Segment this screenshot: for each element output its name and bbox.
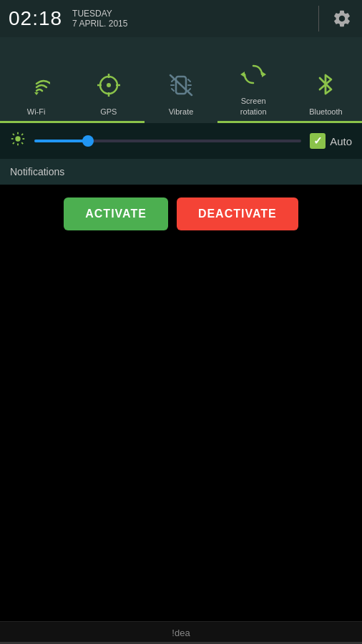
buttons-row: ACTIVATE DEACTIVATE — [0, 185, 362, 243]
time-display: 02:18 — [9, 7, 62, 30]
qs-gps-label: GPS — [100, 107, 117, 117]
qs-screen-rotation-label: Screenrotation — [240, 96, 267, 117]
activate-button[interactable]: ACTIVATE — [64, 197, 168, 230]
svg-line-9 — [172, 89, 174, 91]
qs-gps[interactable]: GPS — [72, 37, 145, 123]
gps-icon — [96, 72, 122, 102]
auto-checkbox[interactable]: ✓ — [310, 133, 326, 149]
qs-screen-rotation[interactable]: Screenrotation — [217, 37, 290, 123]
svg-marker-15 — [240, 72, 245, 77]
qs-vibrate[interactable]: Vibrate — [145, 37, 217, 123]
svg-line-22 — [21, 142, 23, 144]
bluetooth-icon — [315, 71, 336, 102]
day-of-week: TUESDAY — [72, 9, 127, 19]
svg-line-12 — [188, 89, 190, 91]
settings-icon[interactable] — [329, 6, 355, 31]
svg-point-16 — [15, 136, 20, 141]
svg-point-1 — [107, 83, 111, 87]
brightness-track — [34, 140, 88, 142]
qs-wifi-label: Wi-Fi — [27, 107, 46, 117]
bottom-label: !dea — [172, 628, 190, 638]
date: 7 APRIL. 2015 — [72, 19, 127, 29]
status-bar: 02:18 TUESDAY 7 APRIL. 2015 — [0, 0, 362, 37]
svg-line-10 — [188, 79, 190, 82]
qs-bluetooth[interactable]: Bluetooth — [290, 37, 362, 123]
notifications-header: Notifications — [0, 159, 362, 185]
date-block: TUESDAY 7 APRIL. 2015 — [72, 9, 127, 29]
brightness-row: ✓ Auto — [0, 123, 362, 159]
quick-settings-panel: Wi-Fi GPS — [0, 37, 362, 123]
brightness-icon — [10, 131, 26, 151]
auto-label: Auto — [330, 135, 352, 147]
svg-line-23 — [21, 134, 23, 135]
qs-vibrate-label: Vibrate — [169, 107, 194, 117]
svg-line-21 — [13, 134, 14, 135]
svg-line-7 — [172, 79, 174, 82]
brightness-slider[interactable] — [34, 140, 301, 142]
vibrate-icon — [167, 72, 195, 102]
status-bar-divider — [318, 6, 319, 31]
svg-line-24 — [13, 142, 14, 144]
main-content-area — [0, 243, 362, 630]
brightness-thumb — [82, 135, 94, 147]
svg-marker-14 — [262, 72, 266, 77]
deactivate-button[interactable]: DEACTIVATE — [177, 197, 298, 230]
notifications-title: Notifications — [10, 166, 64, 177]
bottom-bar: !dea — [0, 621, 362, 644]
qs-wifi[interactable]: Wi-Fi — [0, 37, 72, 123]
qs-bluetooth-label: Bluetooth — [309, 107, 342, 117]
wifi-icon — [23, 75, 50, 102]
auto-checkbox-tick: ✓ — [313, 135, 323, 147]
screen-rotation-icon — [240, 62, 266, 92]
auto-brightness-wrap: ✓ Auto — [310, 133, 352, 149]
